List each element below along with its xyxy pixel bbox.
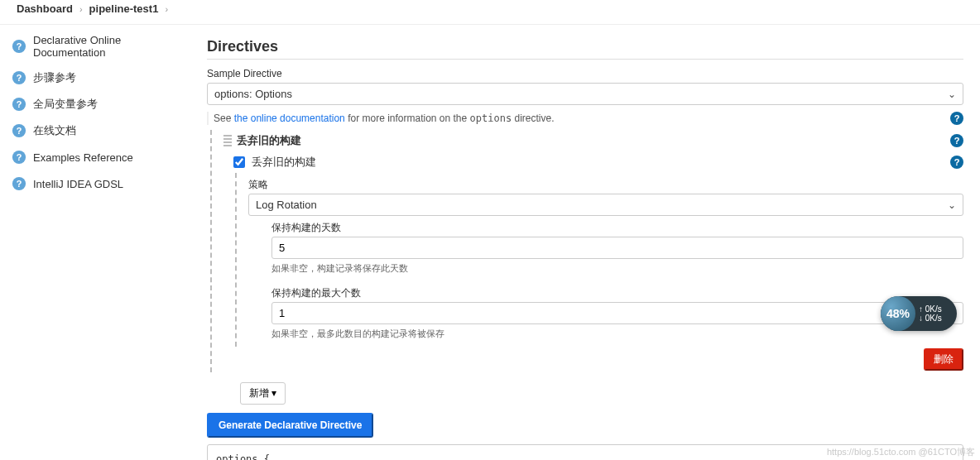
sidebar-item-step-ref[interactable]: ? 步骤参考 xyxy=(8,65,186,91)
breadcrumb-pipeline[interactable]: pipeline-test1 xyxy=(89,2,159,15)
discard-old-builds-checkbox[interactable] xyxy=(233,156,245,168)
svg-text:?: ? xyxy=(17,179,22,189)
hint-text: See the online documentation for more in… xyxy=(214,113,554,124)
block-title: 丢弃旧的构建 xyxy=(237,133,301,148)
generate-directive-button[interactable]: Generate Declarative Directive xyxy=(207,413,373,438)
svg-text:?: ? xyxy=(17,41,22,51)
sidebar-item-label: 在线文档 xyxy=(33,123,76,138)
help-icon: ? xyxy=(12,176,26,191)
help-icon: ? xyxy=(12,123,26,138)
checkbox-label: 丢弃旧的构建 xyxy=(252,155,316,170)
help-icon: ? xyxy=(12,150,26,165)
help-icon: ? xyxy=(12,39,26,54)
network-widget[interactable]: 48% ↑ 0K/s ↓ 0K/s xyxy=(881,296,957,331)
add-button[interactable]: 新增 ▾ xyxy=(240,382,286,405)
online-docs-link[interactable]: the online documentation xyxy=(234,113,345,124)
select-value: Log Rotation xyxy=(256,199,317,211)
svg-text:?: ? xyxy=(17,99,22,109)
help-icon[interactable]: ? xyxy=(950,156,963,169)
caret-down-icon: ▾ xyxy=(271,387,276,399)
help-icon: ? xyxy=(12,97,26,112)
strategy-label: 策略 xyxy=(248,173,963,194)
chevron-down-icon: ⌄ xyxy=(948,89,956,100)
help-icon[interactable]: ? xyxy=(950,112,963,125)
discard-old-builds-block: 丢弃旧的构建 ? 丢弃旧的构建 ? 策略 Log Rotation ⌄ xyxy=(210,130,963,372)
sidebar-item-examples[interactable]: ? Examples Reference xyxy=(8,144,186,170)
sidebar-item-online-docs[interactable]: ? 在线文档 xyxy=(8,117,186,144)
svg-text:?: ? xyxy=(17,73,22,83)
help-icon[interactable]: ? xyxy=(950,134,963,147)
chevron-right-icon: › xyxy=(76,4,86,14)
sidebar-item-label: 全局变量参考 xyxy=(33,97,98,112)
days-to-keep-input[interactable] xyxy=(271,237,963,259)
max-help-text: 如果非空，最多此数目的构建记录将被保存 xyxy=(271,324,963,347)
sidebar-item-intellij[interactable]: ? IntelliJ IDEA GDSL xyxy=(8,170,186,197)
svg-text:?: ? xyxy=(17,126,22,136)
days-help-text: 如果非空，构建记录将保存此天数 xyxy=(271,259,963,281)
drag-handle-icon[interactable] xyxy=(223,135,232,146)
page-title: Directives xyxy=(207,38,963,60)
main-content: Directives Sample Directive options: Opt… xyxy=(195,25,980,460)
sidebar-item-label: Declarative Online Documentation xyxy=(33,34,183,59)
select-value: options: Options xyxy=(214,88,292,100)
download-rate: ↓ 0K/s xyxy=(919,314,942,323)
breadcrumb-bar: Dashboard › pipeline-test1 › xyxy=(0,0,980,25)
upload-rate: ↑ 0K/s xyxy=(919,304,942,314)
max-to-keep-label: 保持构建的最大个数 xyxy=(271,281,963,302)
help-icon: ? xyxy=(12,70,26,85)
days-to-keep-label: 保持构建的天数 xyxy=(271,216,963,237)
max-to-keep-input[interactable] xyxy=(271,302,963,324)
chevron-down-icon: ⌄ xyxy=(948,199,956,211)
sample-directive-label: Sample Directive xyxy=(207,68,963,79)
breadcrumb-dashboard[interactable]: Dashboard xyxy=(17,2,73,15)
sidebar: ? Declarative Online Documentation ? 步骤参… xyxy=(0,25,195,460)
svg-text:?: ? xyxy=(17,152,22,162)
sidebar-item-label: 步骤参考 xyxy=(33,70,76,85)
sidebar-item-declarative-docs[interactable]: ? Declarative Online Documentation xyxy=(8,28,186,65)
strategy-select[interactable]: Log Rotation ⌄ xyxy=(248,194,963,216)
watermark: https://blog.51cto.com @61CTO博客 xyxy=(827,446,975,458)
chevron-right-icon: › xyxy=(161,4,171,14)
sidebar-item-global-var[interactable]: ? 全局变量参考 xyxy=(8,91,186,117)
sidebar-item-label: IntelliJ IDEA GDSL xyxy=(33,178,123,190)
sidebar-item-label: Examples Reference xyxy=(33,151,133,164)
sample-directive-select[interactable]: options: Options ⌄ xyxy=(207,83,963,105)
widget-percent: 48% xyxy=(881,296,915,331)
breadcrumb: Dashboard › pipeline-test1 › xyxy=(12,0,176,25)
delete-button[interactable]: 删除 xyxy=(924,348,963,371)
